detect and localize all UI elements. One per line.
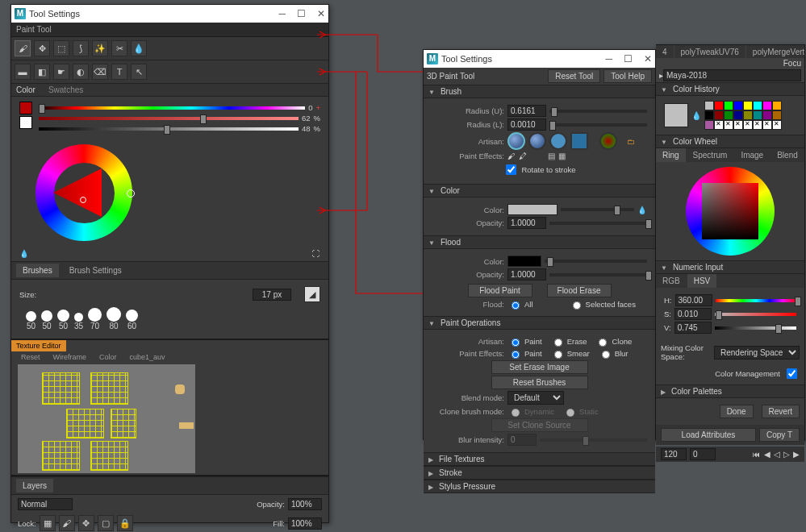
time-end[interactable]: 120: [661, 448, 687, 460]
swatch[interactable]: [704, 120, 714, 130]
swatch-empty[interactable]: [753, 120, 762, 130]
crop-icon[interactable]: ✂: [111, 40, 127, 56]
maximize-icon[interactable]: ☐: [297, 8, 306, 19]
color-wheel-ring[interactable]: [686, 167, 775, 256]
brush-twisty[interactable]: [428, 87, 437, 96]
brush-preset[interactable]: [126, 310, 138, 322]
radius-u-slider[interactable]: [549, 110, 647, 113]
pfx-brush2-icon[interactable]: 🖍: [519, 152, 527, 160]
maya-field[interactable]: Maya-2018: [663, 69, 801, 81]
tab-brush-settings[interactable]: Brush Settings: [63, 264, 128, 277]
te-wire[interactable]: Wireframe: [53, 353, 87, 361]
eyedropper-icon[interactable]: 💧: [131, 40, 147, 56]
ni-twisty[interactable]: [661, 263, 670, 272]
flood-all-radio[interactable]: [512, 301, 520, 310]
focus-label[interactable]: Focu: [783, 59, 801, 68]
rew-icon[interactable]: ⏮: [753, 450, 761, 459]
stepf-icon[interactable]: ▷: [783, 450, 790, 459]
opacity-input[interactable]: [507, 217, 546, 229]
pointer-icon[interactable]: ↖: [131, 64, 147, 80]
po-paint2-radio[interactable]: [512, 351, 520, 359]
artisan-soft-icon[interactable]: [528, 132, 546, 150]
swatch[interactable]: [762, 110, 772, 120]
tool-help-button[interactable]: Tool Help: [603, 69, 652, 83]
current-color[interactable]: [664, 103, 688, 127]
lock-pixels-icon[interactable]: ▦: [40, 515, 56, 531]
eyedropper-icon[interactable]: 💧: [691, 111, 701, 120]
radius-l-input[interactable]: [507, 118, 546, 131]
ch-twisty[interactable]: [661, 85, 670, 94]
color-twisty[interactable]: [428, 186, 437, 195]
mcs-select[interactable]: Rendering Space: [714, 346, 800, 360]
pfx-brush1-icon[interactable]: 🖌: [507, 152, 516, 160]
fgbg-swatch[interactable]: [19, 102, 32, 127]
cw-tab-ring[interactable]: Ring: [656, 148, 686, 162]
size-value[interactable]: 17 px: [253, 289, 291, 301]
h-input[interactable]: [675, 294, 712, 306]
ni-tab-hsv[interactable]: HSV: [687, 274, 717, 288]
ni-tab-rgb[interactable]: RGB: [656, 274, 687, 288]
flood-color-swatch[interactable]: [507, 256, 541, 267]
stepb-icon[interactable]: ◁: [774, 450, 780, 459]
v-input[interactable]: [674, 322, 712, 334]
swatch-empty[interactable]: [733, 120, 743, 130]
artisan-gaussian-icon[interactable]: [507, 132, 525, 150]
swatch[interactable]: [733, 101, 743, 110]
paintops-twisty[interactable]: [428, 318, 437, 327]
swatch-empty[interactable]: [743, 120, 753, 130]
brush-preset[interactable]: [88, 308, 102, 322]
swatch[interactable]: [762, 101, 772, 110]
titlebar[interactable]: M Tool Settings ─ ☐ ✕: [11, 5, 328, 23]
pfx-last-icon[interactable]: ▦: [558, 152, 566, 160]
te-color[interactable]: Color: [99, 353, 117, 361]
flood-color-slider[interactable]: [545, 260, 647, 263]
swatch-empty[interactable]: [772, 120, 782, 130]
uv-viewport[interactable]: [18, 364, 195, 473]
swatch[interactable]: [772, 110, 782, 120]
cp-twisty[interactable]: [661, 387, 668, 396]
te-object[interactable]: cube1_auv: [130, 353, 165, 361]
brush-preset[interactable]: [26, 311, 36, 322]
eraser-icon[interactable]: ⌫: [92, 64, 108, 80]
artisan-square-icon[interactable]: [570, 132, 588, 150]
cw-tab-image[interactable]: Image: [734, 148, 770, 162]
flood-twisty[interactable]: [428, 238, 437, 247]
swatch[interactable]: [743, 110, 753, 120]
fill-icon[interactable]: ▬: [15, 64, 31, 80]
swatch[interactable]: [772, 101, 782, 110]
layers-tab[interactable]: Layers: [16, 479, 53, 493]
cw-twisty[interactable]: [661, 137, 670, 146]
history-tab[interactable]: polyTweakUV76: [674, 45, 745, 58]
swatch[interactable]: [724, 110, 733, 120]
dodge-icon[interactable]: ◐: [73, 64, 89, 80]
swatch[interactable]: [743, 101, 753, 110]
color-section[interactable]: Color Swatches: [11, 83, 328, 97]
minimize-icon[interactable]: ─: [278, 8, 286, 19]
radius-l-slider[interactable]: [549, 123, 647, 127]
color-wheel[interactable]: [35, 144, 132, 241]
swatch[interactable]: [704, 101, 714, 110]
opacity-slider[interactable]: [549, 222, 647, 225]
artisan-solid-icon[interactable]: [549, 132, 567, 150]
color-mgmt-check[interactable]: [787, 368, 797, 379]
swatch[interactable]: [753, 110, 762, 120]
swatch[interactable]: [714, 110, 724, 120]
lock-brush-icon[interactable]: 🖌: [59, 515, 75, 531]
swatch-empty[interactable]: [714, 120, 724, 130]
blend-mode-select[interactable]: Normal: [18, 498, 73, 510]
load-attrs-button[interactable]: Load Attributes: [661, 428, 756, 442]
radius-u-input[interactable]: [507, 105, 546, 117]
set-erase-button[interactable]: Set Erase Image: [491, 360, 588, 374]
artisan-custom-icon[interactable]: [599, 132, 617, 150]
brush-preset[interactable]: [74, 313, 83, 322]
color-swatch[interactable]: [507, 204, 558, 215]
stylus-twisty[interactable]: [428, 482, 436, 491]
val-slider[interactable]: [39, 127, 299, 131]
close-icon[interactable]: ✕: [317, 8, 325, 19]
hue-slider[interactable]: [39, 106, 305, 110]
done-button[interactable]: Done: [720, 405, 754, 418]
history-tab[interactable]: polyMergeVert3: [746, 45, 804, 58]
play-icon[interactable]: ▶: [793, 450, 800, 459]
close-icon[interactable]: ✕: [644, 53, 652, 64]
po-paint-radio[interactable]: [512, 339, 520, 347]
